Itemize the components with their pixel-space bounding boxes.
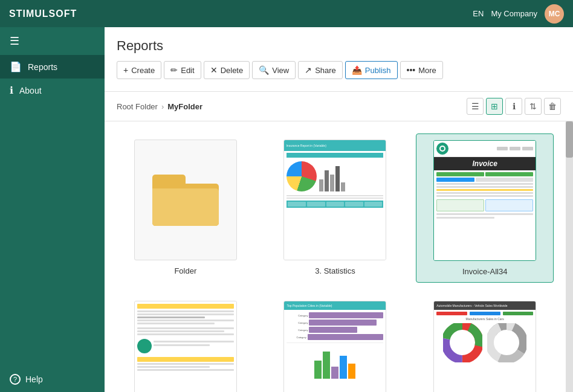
more-label: More (418, 66, 436, 75)
help-label: Help (25, 374, 43, 384)
delete-label: Delete (221, 66, 244, 75)
help-button[interactable]: ? Help (0, 367, 105, 392)
breadcrumb-separator: › (161, 102, 164, 111)
folder-preview (134, 140, 237, 260)
grid-view-button[interactable]: ⊞ (486, 98, 503, 115)
list-item[interactable]: Invoice (416, 133, 554, 283)
sidebar: ☰ 📄 Reports ℹ About ? Help (0, 27, 105, 392)
trash-button[interactable]: 🗑 (544, 98, 561, 115)
header-right: EN My Company MC (473, 4, 564, 24)
publish-button[interactable]: 📤 Publish (345, 61, 398, 79)
breadcrumb-bar: Root Folder › MyFolder ☰ ⊞ ℹ ⇅ 🗑 (105, 92, 573, 121)
main-layout: ☰ 📄 Reports ℹ About ? Help Reports + Cre… (0, 27, 573, 392)
delete-icon: ✕ (210, 65, 218, 75)
share-icon: ↗ (305, 65, 312, 75)
list-item[interactable]: Top Population Cities in {Variable} Cate… (267, 295, 404, 392)
report4-thumb (135, 301, 236, 392)
breadcrumb-root[interactable]: Root Folder (117, 102, 158, 111)
help-icon: ? (10, 374, 21, 385)
sidebar-item-about-label: About (19, 86, 42, 95)
list-view-button[interactable]: ☰ (467, 98, 484, 115)
view-button[interactable]: 🔍 View (252, 61, 296, 79)
about-icon: ℹ (10, 85, 13, 96)
list-view-icon: ☰ (471, 101, 479, 111)
lang-selector[interactable]: EN (473, 9, 484, 18)
page-title: Reports (117, 38, 561, 54)
sidebar-item-about[interactable]: ℹ About (0, 79, 105, 102)
more-button[interactable]: ••• More (400, 61, 443, 79)
report5-preview: Top Population Cities in {Variable} Cate… (283, 301, 386, 392)
vertical-scrollbar[interactable] (566, 121, 573, 392)
list-item[interactable] (117, 295, 254, 392)
item-label: 3. Statistics (315, 266, 355, 275)
scrollbar-thumb[interactable] (566, 121, 573, 158)
info-icon: ℹ (513, 101, 516, 111)
invoice-thumb: Invoice (434, 141, 536, 260)
list-item[interactable]: Insurance Report in {Variable} (267, 133, 404, 283)
reports-icon: 📄 (10, 61, 22, 72)
grid-wrapper: Folder Insurance Report in {Variable} (105, 121, 573, 392)
folder-front (152, 188, 219, 226)
item-label: Folder (174, 266, 196, 275)
toolbar: + Create ✏ Edit ✕ Delete 🔍 View ↗ Sha (117, 61, 561, 85)
grid-view-icon: ⊞ (491, 101, 498, 111)
breadcrumb: Root Folder › MyFolder (117, 102, 202, 111)
avatar[interactable]: MC (545, 4, 564, 24)
breadcrumb-current: MyFolder (167, 102, 202, 111)
view-label: View (272, 66, 289, 75)
share-button[interactable]: ↗ Share (298, 61, 343, 79)
list-item[interactable]: Folder (117, 133, 254, 283)
create-icon: + (123, 65, 128, 75)
share-label: Share (315, 66, 336, 75)
create-button[interactable]: + Create (117, 61, 161, 79)
sort-icon: ⇅ (529, 101, 537, 111)
content-area: Reports + Create ✏ Edit ✕ Delete 🔍 View (105, 27, 573, 392)
company-name[interactable]: My Company (491, 9, 537, 18)
report6-thumb: Automobile Manufacturers - Vehicle Sales… (434, 301, 536, 392)
stats-header: Insurance Report in {Variable} (284, 140, 386, 151)
grid-content: Folder Insurance Report in {Variable} (105, 121, 566, 392)
sidebar-item-reports[interactable]: 📄 Reports (0, 55, 105, 79)
report5-thumb: Top Population Cities in {Variable} Cate… (284, 301, 386, 392)
app-title: STIMULSOFT (9, 8, 77, 19)
more-icon: ••• (407, 65, 416, 75)
svg-point-7 (498, 334, 515, 351)
breadcrumb-actions: ☰ ⊞ ℹ ⇅ 🗑 (467, 98, 561, 115)
folder-icon (135, 140, 236, 260)
edit-label: Edit (181, 66, 194, 75)
edit-button[interactable]: ✏ Edit (164, 61, 201, 79)
publish-icon: 📤 (352, 65, 362, 75)
edit-icon: ✏ (170, 65, 178, 75)
report6-preview: Automobile Manufacturers - Vehicle Sales… (433, 301, 536, 392)
page-header: Reports + Create ✏ Edit ✕ Delete 🔍 View (105, 27, 573, 92)
svg-point-3 (454, 334, 471, 351)
item-label: Invoice-All34 (462, 267, 507, 276)
info-button[interactable]: ℹ (505, 98, 522, 115)
publish-label: Publish (365, 66, 391, 75)
delete-button[interactable]: ✕ Delete (204, 61, 250, 79)
hamburger-menu[interactable]: ☰ (0, 27, 105, 55)
invoice-preview: Invoice (433, 140, 536, 261)
folder-shape (152, 175, 219, 226)
view-icon: 🔍 (259, 65, 269, 75)
list-item[interactable]: Automobile Manufacturers - Vehicle Sales… (416, 295, 554, 392)
top-header: STIMULSOFT EN My Company MC (0, 0, 573, 27)
trash-icon: 🗑 (548, 101, 557, 111)
sidebar-item-reports-label: Reports (28, 62, 57, 72)
statistics-thumb: Insurance Report in {Variable} (284, 140, 386, 260)
create-label: Create (131, 66, 155, 75)
sort-button[interactable]: ⇅ (525, 98, 542, 115)
report4-preview (134, 301, 237, 392)
statistics-preview: Insurance Report in {Variable} (283, 140, 386, 260)
